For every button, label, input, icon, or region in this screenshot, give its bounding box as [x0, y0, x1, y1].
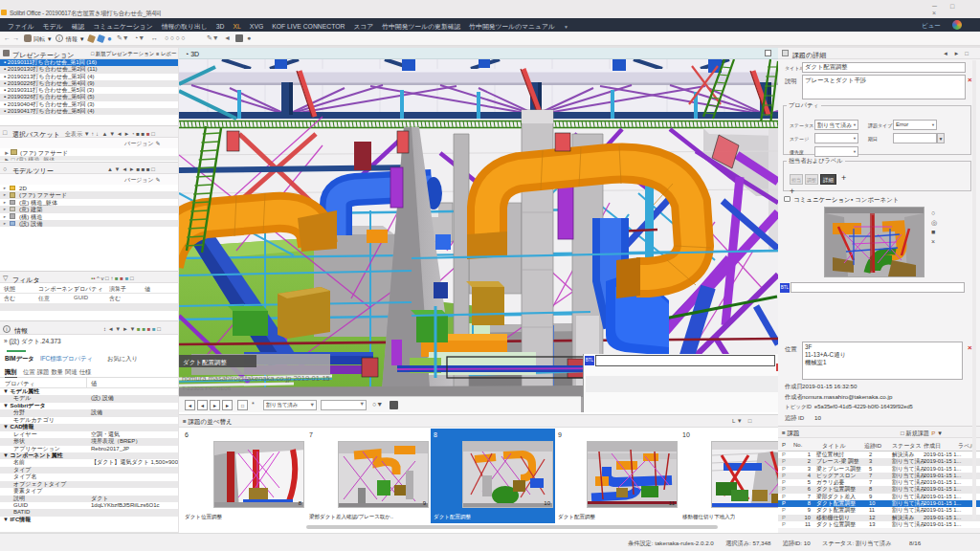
svg-text:ダクト配置調整: ダクト配置調整: [183, 359, 227, 366]
svg-text:nomura.masahiro@takenaka.co.jp: nomura.masahiro@takenaka.co.jp 2019-01-1…: [182, 374, 330, 383]
svg-text:T-2230S F4GNE06: T-2230S F4GNE06: [182, 386, 232, 391]
